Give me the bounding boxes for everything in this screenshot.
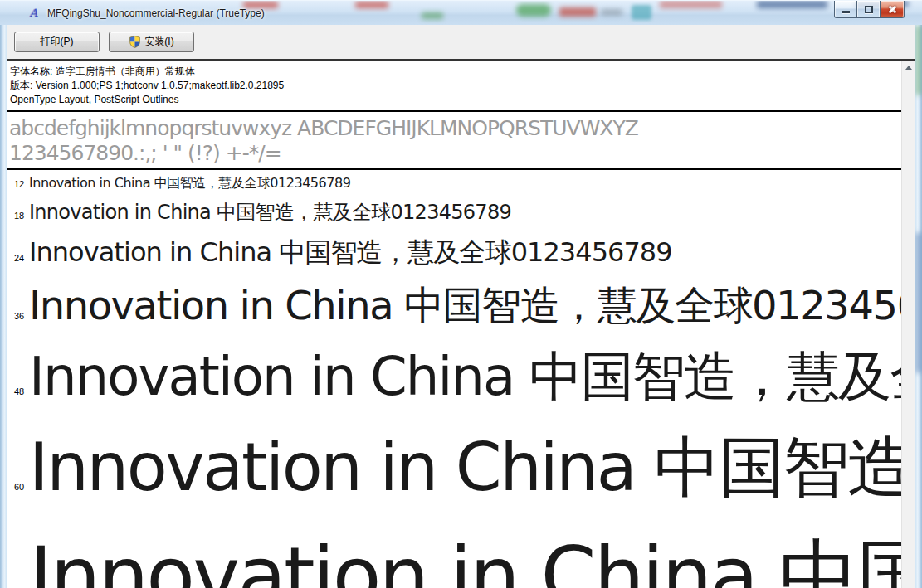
glass-blur-blob: [915, 232, 922, 373]
size-label: 60: [7, 482, 29, 492]
vertical-scrollbar[interactable]: [901, 61, 915, 588]
titlebar[interactable]: A A MFQingShu_Noncommercial-Regular (Tru…: [0, 0, 922, 25]
glass-blur-blob: [660, 1, 722, 8]
close-icon: [887, 4, 898, 15]
size-sample-row: 36 Innovation in China 中国智造，慧及全球01234567…: [7, 275, 915, 337]
size-sample-text: Innovation in China 中国智造，慧及全球0123456789: [29, 340, 915, 415]
window-frame-right: [915, 25, 922, 588]
size-sample-row: 48 Innovation in China 中国智造，慧及全球01234567…: [7, 337, 915, 418]
minimize-icon: [842, 11, 850, 13]
install-button-label: 安装(I): [144, 35, 173, 49]
size-sample-text: Innovation in China 中国智造，慧及全球0123456789: [29, 421, 915, 514]
size-sample-text: Innovation in China 中国智造，慧及全球0123456789: [29, 234, 672, 271]
size-sample-row: 24 Innovation in China 中国智造，慧及全球01234567…: [7, 231, 915, 275]
size-sample-text: Innovation in China 中国智造，慧及全球0123456789: [29, 174, 350, 192]
font-name-line: 字体名称: 造字工房情书（非商用）常规体: [10, 65, 915, 79]
caption-buttons: [834, 1, 905, 18]
size-label: 24: [7, 253, 29, 263]
glass-blur-blob: [915, 25, 922, 95]
minimize-button[interactable]: [834, 1, 857, 18]
size-sample-row: 18 Innovation in China 中国智造，慧及全球01234567…: [7, 196, 915, 231]
print-button[interactable]: 打印(P): [14, 32, 100, 52]
glass-blur-blob: [422, 12, 443, 19]
size-sample-row: 12 Innovation in China 中国智造，慧及全球01234567…: [7, 171, 915, 196]
uac-shield-icon: [129, 36, 141, 48]
maximize-button[interactable]: [857, 1, 881, 18]
glass-blur-blob: [559, 7, 596, 17]
font-file-icon[interactable]: A A: [27, 6, 41, 20]
size-label: 36: [7, 311, 29, 321]
window-frame-left: [0, 25, 7, 588]
glass-blur-blob: [757, 1, 827, 8]
size-sample-text: Innovation in China 中国智造，慧及全球0123456789: [29, 278, 915, 333]
size-sample-row: 72 Innovation in China 中国智造，慧及全球01234567…: [7, 518, 915, 588]
font-viewer-window: A A MFQingShu_Noncommercial-Regular (Tru…: [0, 0, 922, 588]
glass-blur-blob: [601, 9, 622, 16]
scrollbar-track[interactable]: [902, 75, 915, 588]
client-area: 打印(P) 安装(I): [7, 25, 915, 588]
close-button[interactable]: [881, 1, 905, 18]
toolbar: 打印(P) 安装(I): [7, 25, 915, 59]
size-sample-rows: 12 Innovation in China 中国智造，慧及全球01234567…: [7, 170, 915, 588]
size-label: 48: [7, 386, 29, 396]
font-version-line: 版本: Version 1.000;PS 1;hotconv 1.0.57;ma…: [10, 79, 915, 93]
window-title: MFQingShu_Noncommercial-Regular (TrueTyp…: [47, 7, 265, 19]
glass-blur-blob: [632, 5, 651, 20]
size-sample-text: Innovation in China 中国智造，慧及全球0123456789: [29, 521, 915, 588]
install-button[interactable]: 安装(I): [109, 32, 194, 52]
alphabet-specimen: abcdefghijklmnopqrstuvwxyz ABCDEFGHIJKLM…: [7, 112, 915, 168]
scroll-up-arrow-icon: [905, 66, 912, 70]
numerals-line: 1234567890.:,; ' " (!?) +-*/=: [9, 141, 901, 166]
glass-blur-blob: [355, 2, 388, 8]
size-label: 18: [7, 211, 29, 221]
alphabet-line: abcdefghijklmnopqrstuvwxyz ABCDEFGHIJKLM…: [9, 116, 901, 141]
scroll-up-button[interactable]: [902, 61, 915, 75]
font-info-block: 字体名称: 造字工房情书（非商用）常规体 版本: Version 1.000;P…: [7, 61, 915, 110]
glass-blur-blob: [516, 4, 551, 17]
maximize-icon: [865, 6, 873, 13]
size-label: 12: [7, 179, 29, 189]
print-button-label: 打印(P): [41, 35, 74, 49]
font-technology-line: OpenType Layout, PostScript Outlines: [10, 93, 915, 107]
size-sample-row: 60 Innovation in China 中国智造，慧及全球01234567…: [7, 418, 915, 518]
size-sample-text: Innovation in China 中国智造，慧及全球0123456789: [29, 199, 511, 227]
svg-text:A: A: [29, 7, 38, 19]
font-preview-pane: 字体名称: 造字工房情书（非商用）常规体 版本: Version 1.000;P…: [7, 59, 915, 588]
